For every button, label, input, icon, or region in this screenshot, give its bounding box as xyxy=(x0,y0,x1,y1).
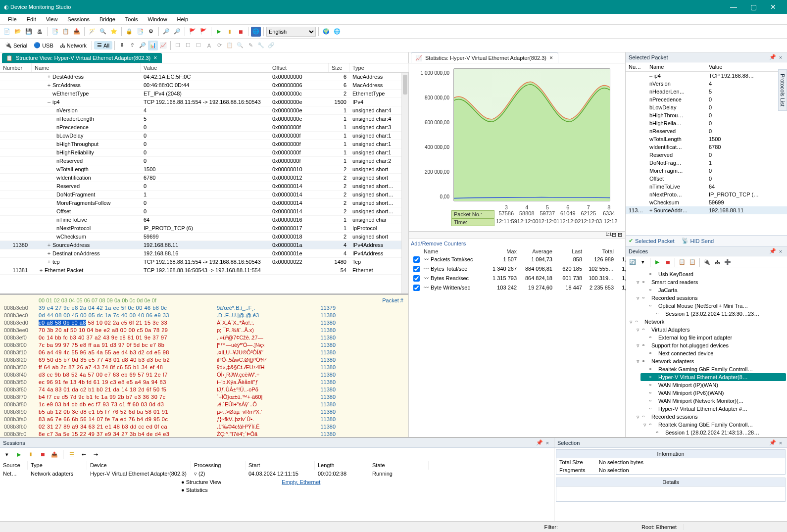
table-row[interactable]: bHighReliability00x0000000f1unsigned cha… xyxy=(0,148,408,157)
copy3-icon[interactable]: 📑 xyxy=(135,27,145,37)
selected-packet-row[interactable]: –ip4TCP 192.168.88… xyxy=(626,72,787,80)
table-row[interactable]: 11381+Ethernet PacketTCP 192.168.88.16:5… xyxy=(0,266,408,275)
tree-node[interactable]: ▫Usb KeyBoard xyxy=(640,270,786,278)
table-row[interactable]: nPrecedence00x0000000f1unsigned char:320… xyxy=(0,123,408,132)
pin-icon[interactable]: 📌 xyxy=(769,54,776,61)
table-row[interactable]: wChecksum596990x000000182unsigned short2… xyxy=(0,233,408,241)
table-row[interactable]: nReserved00x0000000f1unsigned char:22024… xyxy=(0,157,408,165)
table-row[interactable]: –ip4TCP 192.168.88.11:554 -> 192.168.88.… xyxy=(0,98,408,106)
menu-window[interactable]: Window xyxy=(143,15,172,23)
hex-row[interactable]: 008b3f801c e9 03 b4 cb db ec f7 93 73 c1… xyxy=(0,401,408,408)
tree-node[interactable]: ▫Optical Mouse (NetScroll+ Mini Tra… xyxy=(640,302,786,310)
hex-row[interactable]: 008b3f1006 a4 49 4c 55 96 a5 4a 55 ae d4… xyxy=(0,349,408,356)
tree-node[interactable]: ▿▫Recorded sessions xyxy=(634,413,786,421)
tree-node[interactable]: ▿▫Virtual Adapters xyxy=(634,326,786,334)
selected-packet-row[interactable]: nHeaderLen…5 xyxy=(626,88,787,96)
devices-tree[interactable]: ▫Usb KeyBoard▿▫Smart card readers▫JaCart… xyxy=(626,268,787,437)
table-row[interactable]: wTotalLength15000x000000102unsigned shor… xyxy=(0,165,408,174)
dev-usb-icon[interactable]: 🔌 xyxy=(702,257,712,267)
table-row[interactable]: +DestinationAddress192.168.88.160x000000… xyxy=(0,249,408,258)
selected-packet-table[interactable]: –ip4TCP 192.168.88…nVersion4nHeaderLen…5… xyxy=(626,72,787,235)
find-icon[interactable]: 🔎 xyxy=(161,27,171,37)
save-icon[interactable]: 💾 xyxy=(24,27,34,37)
table-row[interactable]: nNextProtocolIP_PROTO_TCP (6)0x000000171… xyxy=(0,224,408,233)
pin3-icon[interactable]: 📌 xyxy=(536,439,543,446)
hid-send-tab[interactable]: 📡HID Send xyxy=(682,238,714,244)
tree-node[interactable]: ▫JaCarta xyxy=(640,286,786,294)
table-row[interactable]: bHighThroughput00x0000000f1unsigned char… xyxy=(0,140,408,148)
sel-col-header[interactable]: Value xyxy=(706,62,787,71)
hex-row[interactable]: 008b3f6074 4a 83 01 da c2 b1 b0 21 da 14… xyxy=(0,386,408,393)
close2-icon[interactable]: × xyxy=(777,248,784,255)
session-col-header[interactable]: Type xyxy=(28,461,87,470)
session-col-header[interactable]: State xyxy=(369,461,429,470)
menu-file[interactable]: File xyxy=(3,15,22,23)
sel-col-header[interactable]: Name xyxy=(646,62,706,71)
paste-icon[interactable]: 📥 xyxy=(72,27,82,37)
sel-col-header[interactable]: Nu… xyxy=(626,62,646,71)
tree-node[interactable]: ▿▫Realtek Gaming GbE Family Controll… xyxy=(640,421,786,429)
tree-node[interactable]: ▫Hyper-V Virtual Ethernet Adapter(8… xyxy=(640,373,786,381)
t9-icon[interactable]: A xyxy=(204,41,214,50)
table-row[interactable]: nHeaderLength50x0000000e1unsigned char:4… xyxy=(0,115,408,123)
tree-node[interactable]: ▫Realtek Gaming GbE Family Controll… xyxy=(640,365,786,373)
ses-stop-icon[interactable]: ⏹ xyxy=(38,449,48,459)
tree-node[interactable]: ▿▫Network adapters xyxy=(634,357,786,365)
protocols-list-sidebar[interactable]: Protocols List xyxy=(778,69,787,111)
table-row[interactable]: DoNotFragment10x000000142unsigned short…… xyxy=(0,191,408,199)
close-icon[interactable]: × xyxy=(777,54,784,61)
pin4-icon[interactable]: 📌 xyxy=(769,439,776,446)
close-stats-tab-icon[interactable]: × xyxy=(549,54,553,61)
star-icon[interactable]: ⭐ xyxy=(109,27,119,37)
selected-packet-row[interactable]: wTotalLength1500 xyxy=(626,135,787,143)
menu-tools[interactable]: Tools xyxy=(120,15,143,23)
counter-row[interactable]: 〰 Bytes Read/sec1 315 793864 824,18601 7… xyxy=(411,274,623,284)
zoom-spinner[interactable]: ⊟ ⊞ xyxy=(612,232,622,238)
open-icon[interactable]: 📂 xyxy=(13,27,23,37)
dev-refresh-icon[interactable]: 🔄 xyxy=(628,257,638,267)
selected-packet-row[interactable]: bHighRelia…0 xyxy=(626,119,787,127)
selected-packet-row[interactable]: bLowDelay0 xyxy=(626,103,787,111)
close4-icon[interactable]: × xyxy=(777,439,784,446)
ses-export-icon[interactable]: 📤 xyxy=(49,449,59,459)
twisty-icon[interactable]: ▿ xyxy=(636,342,640,349)
selected-packet-tab[interactable]: ✔Selected Packet xyxy=(629,238,675,244)
earth1-icon[interactable]: 🌍 xyxy=(321,27,331,37)
hex-row[interactable]: 008b3ed0c0 a8 58 0b c0 a8 58 10 02 2a c5… xyxy=(0,319,408,327)
flag-icon[interactable]: 🚩 xyxy=(188,27,197,37)
usb-mode[interactable]: 🔵USB xyxy=(31,41,56,49)
lock-icon[interactable]: 🔒 xyxy=(124,27,134,37)
col-header[interactable]: Name xyxy=(32,63,141,72)
t6-icon[interactable]: ☐ xyxy=(173,41,183,50)
tree-node[interactable]: ▫WAN Miniport (IP)(WAN) xyxy=(640,381,786,389)
col-header[interactable]: Size xyxy=(329,63,349,72)
dev-copy2-icon[interactable]: 📋 xyxy=(688,257,697,267)
t5-icon[interactable]: 📈 xyxy=(158,41,168,50)
counter-row[interactable]: 〰 Bytes Total/sec1 340 267884 098,81620 … xyxy=(411,265,623,274)
t10-icon[interactable]: ⟳ xyxy=(214,41,224,50)
dev-net-icon[interactable]: 🖧 xyxy=(712,257,722,267)
selected-packet-row[interactable]: nReserved0 xyxy=(626,127,787,135)
t13-icon[interactable]: ✎ xyxy=(246,41,255,50)
tree-node[interactable]: ▿▫Smart card readers xyxy=(634,278,786,286)
globe-icon[interactable]: 🌐 xyxy=(251,27,261,37)
menu-edit[interactable]: Edit xyxy=(22,15,41,23)
hex-row[interactable]: 008b3f007c ba 99 97 75 e8 ff aa 91 d3 97… xyxy=(0,341,408,349)
table-row[interactable]: +tcpTCP 192.168.88.11:554 -> 192.168.88.… xyxy=(0,258,408,266)
ses-left-icon[interactable]: ⇠ xyxy=(79,449,89,459)
session-col-header[interactable]: Processing xyxy=(191,461,246,470)
close-tab-icon[interactable]: × xyxy=(153,54,157,61)
t11-icon[interactable]: 📋 xyxy=(225,41,235,50)
tree-node[interactable]: ▫WAN Miniport (Network Monitor)(… xyxy=(640,397,786,405)
table-row[interactable]: nTimeToLive640x000000161unsigned char202… xyxy=(0,216,408,224)
table-row[interactable]: Reserved00x000000142unsigned short…2024-… xyxy=(0,182,408,191)
twisty-icon[interactable]: ▿ xyxy=(636,358,640,365)
selected-packet-row[interactable]: nVersion4 xyxy=(626,80,787,88)
tree-node[interactable]: ▫Next connected device xyxy=(640,349,786,357)
hex-row[interactable]: 008b3fb002 31 27 89 a9 34 63 21 e1 48 b3… xyxy=(0,423,408,431)
twisty-icon[interactable]: ▿ xyxy=(636,295,640,301)
copy1-icon[interactable]: 📑 xyxy=(50,27,60,37)
minimize-button[interactable]: — xyxy=(724,0,743,14)
ses-list-icon[interactable]: ☰ xyxy=(67,449,77,459)
twisty-icon[interactable]: ▿ xyxy=(636,279,640,286)
